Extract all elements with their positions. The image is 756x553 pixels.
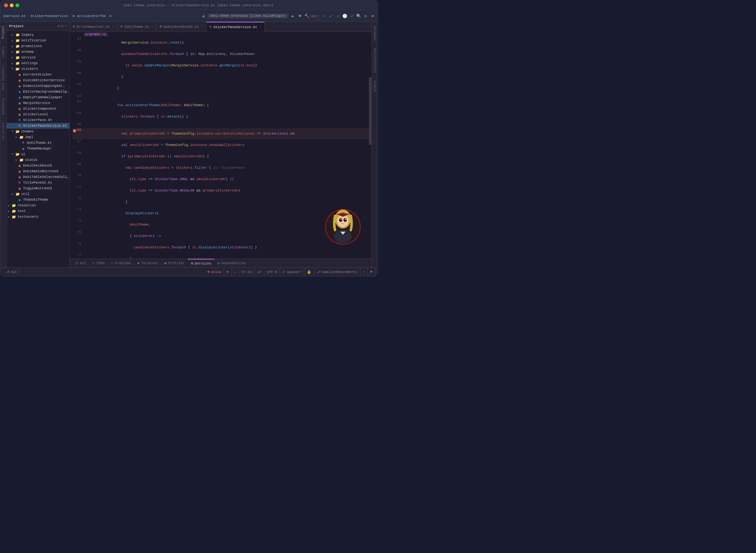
status-indent[interactable]: 2 spaces* [280, 268, 304, 276]
sidebar-hide-icon[interactable]: ✕ [65, 24, 67, 28]
settings-icon[interactable]: ⚙ [363, 14, 368, 19]
close-tab-dokicheckboxui[interactable]: × [201, 25, 203, 28]
undo-icon[interactable]: ↩ [349, 14, 354, 19]
tree-item-dokitheme[interactable]: K DokiTheme.kt [7, 140, 70, 146]
sidebar-collapse-all-icon[interactable]: ⊟ [58, 24, 60, 28]
line-content-68: if (primaryStickersOn || smolStickersOn)… [84, 151, 371, 162]
breadcrumb-file2[interactable]: StickerPaneService [30, 14, 68, 18]
gradle-tab[interactable]: Gradle [372, 79, 377, 93]
code-line-71: 71 (it.type == StickerType.REGULAR && pr… [72, 185, 371, 196]
account-icon[interactable]: ⊕ [108, 14, 113, 19]
tree-item-thedokitheme[interactable]: ◈ TheDokiTheme [7, 197, 70, 203]
services-tab[interactable]: ⚙ Services [188, 259, 214, 267]
tree-item-service[interactable]: ▶ 📁 service [7, 55, 70, 60]
breadcrumb-file3[interactable]: ⊕ activateForThe [73, 14, 106, 18]
tree-item-util[interactable]: ▶ 📁 util [7, 191, 70, 197]
profiler-tab[interactable]: ◉ Profiler [161, 259, 188, 267]
status-git-item[interactable]: ⎇ Git [3, 268, 20, 276]
build-icon[interactable]: 🔨 [304, 14, 309, 19]
code-editor[interactable]: ⊕ DATBOI +1 57 MarginService.instance.re… [70, 32, 371, 258]
minimize-button[interactable] [10, 3, 14, 7]
git-branch[interactable]: doki-theme-jetbrains [clean buildPlugin] [208, 14, 289, 18]
tab-stickerpaneservice[interactable]: K StickerPaneService.kt × [206, 22, 264, 31]
commit-tab[interactable]: Commit [1, 45, 6, 59]
tree-item-test[interactable]: ▶ 📁 test [7, 208, 70, 214]
editor-scrollbar[interactable] [369, 32, 371, 258]
breadcrumb-file1[interactable]: iService.kt [3, 14, 26, 18]
problems-tab[interactable]: ⚠ Problems [108, 259, 134, 267]
tree-item-ui[interactable]: ▼ 📂 ui [7, 151, 70, 157]
tree-item-togglebtn[interactable]: ◉ ToggleButtonUI [7, 185, 70, 191]
left-panel-tabs: Project Commit Pull Requests Bookmarks S… [0, 22, 7, 267]
status-position[interactable]: 67:33 [239, 268, 255, 276]
tab-dokitheme[interactable]: K DokiTheme.kt × [118, 22, 157, 31]
tree-item-themes[interactable]: ▼ 📂 themes [7, 129, 70, 134]
tree-item-status[interactable]: ▶ 📁 status [7, 157, 70, 163]
history-icon[interactable]: 🕐 [342, 14, 347, 19]
maximize-button[interactable] [15, 3, 19, 7]
dependencies-tab[interactable]: ◈ Dependencies [215, 259, 250, 267]
project-tab[interactable]: Project [1, 24, 6, 40]
sidebar-settings-icon[interactable]: ⚙ [61, 24, 64, 28]
status-encoding[interactable]: UTF-8 [264, 268, 280, 276]
search-icon[interactable]: 🔍 [356, 14, 361, 19]
tree-item-settings[interactable]: ▶ 📁 settings [7, 60, 70, 66]
notifications-tab[interactable]: Notifications [372, 47, 377, 74]
code-scroll-area[interactable]: ⊕ DATBOI +1 57 MarginService.instance.re… [70, 32, 371, 258]
todo-tab[interactable]: ☑ TODO [89, 259, 108, 267]
file-icon-stickerpaneservice: K [17, 124, 22, 128]
close-tab-errorreporter[interactable]: × [112, 25, 114, 28]
back-icon[interactable]: ◀ [201, 14, 206, 19]
tree-item-schema[interactable]: ▶ 📁 schema [7, 49, 70, 55]
editor-scrollbar-thumb[interactable] [369, 77, 371, 145]
database-tab[interactable]: Database [372, 24, 377, 42]
close-tab-stickerpaneservice[interactable]: × [259, 25, 261, 29]
run-icon[interactable]: ▶ [291, 14, 296, 19]
tree-item-dokicheckboxui[interactable]: ◉ DokiCheckboxUI [7, 163, 70, 168]
git-check2-icon[interactable]: ✓ [328, 14, 333, 19]
terminal-tab[interactable]: ▶ Terminal [134, 259, 161, 267]
tab-dokicheckboxui[interactable]: K DokiCheckboxUI.kt × [157, 22, 206, 31]
tree-item-editorbg[interactable]: ◈ EditorBackgroundWallp… [7, 89, 70, 94]
structure-tab[interactable]: Structure [1, 121, 6, 141]
tree-item-dokitable[interactable]: ◉ DokiTableSelectedCell… [7, 174, 70, 180]
bookmarks-tab[interactable]: Bookmarks [1, 96, 6, 116]
tree-item-resources[interactable]: ▶ 📁 resources [7, 203, 70, 208]
tree-item-thememanager[interactable]: ◈ ThemeManager [7, 146, 70, 151]
tree-item-stickerpaneservice[interactable]: K StickerPaneService.kt [7, 123, 70, 129]
tree-item-legacy[interactable]: ▶ 📁 legacy [7, 32, 70, 37]
tree-item-stickerpane[interactable]: K StickerPane.kt [7, 117, 70, 123]
tab-errorreporter[interactable]: K ErrorReporter.kt × [70, 22, 118, 31]
tree-item-stickercomponent[interactable]: ◉ StickerComponent [7, 106, 70, 111]
tabs-overflow[interactable]: ⋮ [363, 25, 371, 29]
tree-item-dimensioncapping[interactable]: ◉ DimensionCappingSer… [7, 83, 70, 89]
tree-item-promotions[interactable]: ▶ 📁 promotions [7, 43, 70, 49]
tree-item-stickers[interactable]: ▼ 📂 stickers [7, 66, 70, 72]
tree-item-marginservice[interactable]: ◉ MarginService [7, 100, 70, 106]
git-check-icon[interactable]: ✓ [321, 14, 326, 19]
status-branch[interactable]: ⎇ smallEnhancements [314, 268, 360, 276]
tree-label-ui: ui [21, 152, 25, 156]
tree-item-titlepane[interactable]: K TitlePaneUI.kt [7, 180, 70, 185]
tree-item-emptyframe[interactable]: ◈ EmptyFrameWallpaper [7, 94, 70, 100]
status-bar: ⎇ Git ♥ Asuna ❤ ⚔ 67:33 LF UTF-8 [0, 267, 378, 276]
pull-requests-tab[interactable]: Pull Requests [1, 64, 6, 91]
tree-item-stickerlevel[interactable]: ◉ StickerLevel [7, 111, 70, 117]
folder-icon-test: 📁 [12, 209, 16, 213]
close-button[interactable] [4, 3, 8, 7]
tree-item-testassets[interactable]: ▶ 📁 testAssets [7, 214, 70, 220]
tab-label-dokicheckboxui: DokiCheckboxUI.kt [164, 25, 199, 29]
status-line-ending[interactable]: LF [255, 268, 264, 276]
line-num-68: 68 [72, 151, 84, 155]
tree-item-dokiradioui[interactable]: ◉ DokiRadioButtonUI [7, 168, 70, 174]
doki-icon[interactable]: ❤ [370, 14, 375, 19]
tree-item-impl[interactable]: ▶ 📁 impl [7, 134, 70, 140]
tree-item-notification[interactable]: ▶ 📁 notification [7, 37, 70, 43]
git-push-icon[interactable]: ↗ [335, 14, 341, 19]
tree-item-currentsticker[interactable]: ◉ CurrentSticker [7, 72, 70, 77]
git-tab[interactable]: ⎇ Git [71, 259, 89, 267]
stop-icon[interactable]: ■ [297, 14, 302, 19]
cursor-position: 67:33 [241, 270, 252, 274]
close-tab-dokitheme[interactable]: × [151, 25, 153, 28]
tree-item-customstickerservice[interactable]: ◉ CustomStickerService [7, 77, 70, 83]
